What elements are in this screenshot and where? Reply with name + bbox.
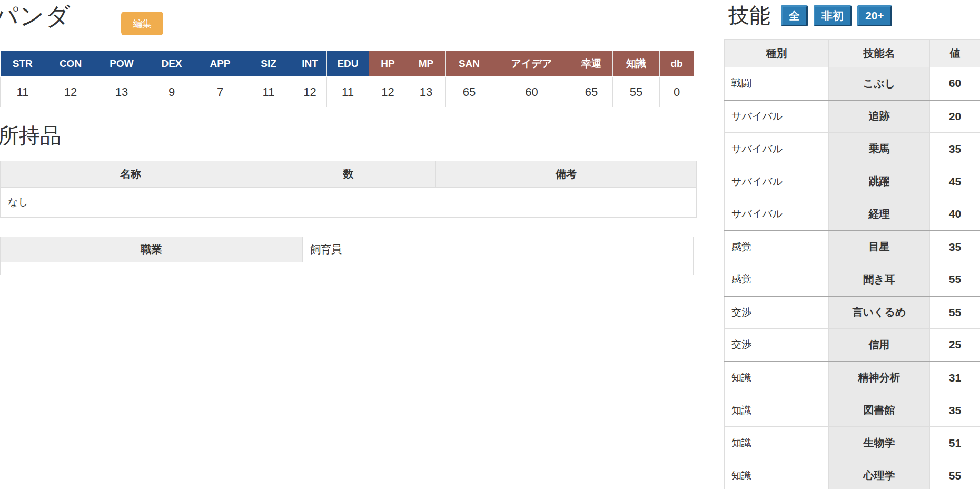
skills-col-header-2: 値 xyxy=(930,40,980,67)
skill-name-cell: 目星 xyxy=(829,231,930,263)
stat-header-INT: INT xyxy=(293,51,327,77)
skill-name-cell: 聞き耳 xyxy=(829,263,930,296)
skill-value-cell: 25 xyxy=(930,329,980,361)
filter-all-button[interactable]: 全 xyxy=(781,5,808,26)
skill-row: サバイバル追跡20 xyxy=(725,100,980,133)
stat-header-CON: CON xyxy=(45,51,96,77)
possessions-col-header-2: 備考 xyxy=(436,161,697,188)
skill-category-cell: 交渉 xyxy=(725,329,829,361)
skill-category-cell: サバイバル xyxy=(725,100,829,133)
skill-category-cell: 交渉 xyxy=(725,296,829,329)
possessions-table: 名称数備考 なし xyxy=(0,161,697,218)
stat-header-DEX: DEX xyxy=(147,51,196,77)
stat-value-DEX: 9 xyxy=(147,77,196,107)
stat-header-SAN: SAN xyxy=(446,51,493,77)
skill-value-cell: 20 xyxy=(930,100,980,133)
skill-row: 知識心理学55 xyxy=(725,459,980,489)
occupation-row: 職業 飼育員 xyxy=(1,237,694,262)
stat-header-EDU: EDU xyxy=(327,51,369,77)
possessions-col-header-1: 数 xyxy=(261,161,436,188)
skill-category-cell: 感覚 xyxy=(725,231,829,263)
skill-row: サバイバル経理40 xyxy=(725,198,980,231)
stat-header-STR: STR xyxy=(1,51,45,77)
skill-value-cell: 35 xyxy=(930,231,980,263)
stat-header-知識: 知識 xyxy=(613,51,660,77)
stat-value-MP: 13 xyxy=(407,77,446,107)
skill-name-cell: 追跡 xyxy=(829,100,930,133)
possessions-title: 所持品 xyxy=(0,121,61,150)
stat-header-HP: HP xyxy=(369,51,407,77)
stats-value-row: 111213971112111213656065550 xyxy=(1,77,694,107)
skill-category-cell: 知識 xyxy=(725,427,829,459)
possessions-empty-cell: なし xyxy=(1,188,697,218)
filter-20plus-button[interactable]: 20+ xyxy=(857,5,892,26)
skill-name-cell: 跳躍 xyxy=(829,165,930,198)
possessions-header-row: 名称数備考 xyxy=(1,161,697,188)
occupation-label: 職業 xyxy=(1,237,303,262)
skill-category-cell: サバイバル xyxy=(725,133,829,165)
skill-value-cell: 45 xyxy=(930,165,980,198)
skill-name-cell: 言いくるめ xyxy=(829,296,930,329)
stat-header-APP: APP xyxy=(196,51,244,77)
stat-header-POW: POW xyxy=(96,51,147,77)
stat-value-SAN: 65 xyxy=(446,77,493,107)
skill-category-cell: 感覚 xyxy=(725,263,829,296)
skill-value-cell: 35 xyxy=(930,133,980,165)
stat-value-db: 0 xyxy=(660,77,694,107)
skill-value-cell: 35 xyxy=(930,394,980,427)
skill-name-cell: 乗馬 xyxy=(829,133,930,165)
skill-category-cell: 知識 xyxy=(725,459,829,489)
possessions-col-header-0: 名称 xyxy=(1,161,261,188)
skills-table: 種別技能名値 戦闘こぶし60サバイバル追跡20サバイバル乗馬35サバイバル跳躍4… xyxy=(724,39,980,489)
skill-name-cell: 経理 xyxy=(829,198,930,231)
skill-name-cell: 精神分析 xyxy=(829,361,930,394)
profile-table: 職業 飼育員 xyxy=(0,237,694,275)
skill-name-cell: 図書館 xyxy=(829,394,930,427)
edit-button[interactable]: 編集 xyxy=(121,12,163,35)
skill-row: サバイバル乗馬35 xyxy=(725,133,980,165)
stat-value-CON: 12 xyxy=(45,77,96,107)
skills-header: 技能 全非初20+ xyxy=(728,1,898,30)
occupation-value: 飼育員 xyxy=(303,237,694,262)
stat-value-APP: 7 xyxy=(196,77,244,107)
stat-value-EDU: 11 xyxy=(327,77,369,107)
stat-value-アイデア: 60 xyxy=(493,77,570,107)
skill-name-cell: 心理学 xyxy=(829,459,930,489)
skill-category-cell: サバイバル xyxy=(725,165,829,198)
skill-row: 知識精神分析31 xyxy=(725,361,980,394)
skill-value-cell: 40 xyxy=(930,198,980,231)
skills-title: 技能 xyxy=(728,1,770,30)
possessions-empty-row: なし xyxy=(1,188,697,218)
character-name: パンダ xyxy=(0,0,71,33)
stat-value-知識: 55 xyxy=(613,77,660,107)
stat-value-INT: 12 xyxy=(293,77,327,107)
skill-row: 交渉信用25 xyxy=(725,329,980,361)
stat-value-STR: 11 xyxy=(1,77,45,107)
skill-value-cell: 55 xyxy=(930,296,980,329)
skill-category-cell: 知識 xyxy=(725,394,829,427)
stat-value-POW: 13 xyxy=(96,77,147,107)
stats-header-row: STRCONPOWDEXAPPSIZINTEDUHPMPSANアイデア幸運知識d… xyxy=(1,51,694,77)
skill-row: サバイバル跳躍45 xyxy=(725,165,980,198)
skill-row: 交渉言いくるめ55 xyxy=(725,296,980,329)
filter-non-initial-button[interactable]: 非初 xyxy=(814,5,852,26)
skill-row: 知識生物学51 xyxy=(725,427,980,459)
skill-name-cell: 生物学 xyxy=(829,427,930,459)
skills-header-row: 種別技能名値 xyxy=(725,40,980,67)
skill-value-cell: 55 xyxy=(930,263,980,296)
stat-value-SIZ: 11 xyxy=(244,77,293,107)
profile-empty-cell xyxy=(1,262,694,275)
stat-header-SIZ: SIZ xyxy=(244,51,293,77)
skill-value-cell: 51 xyxy=(930,427,980,459)
profile-empty-row xyxy=(1,262,694,275)
skills-col-header-1: 技能名 xyxy=(829,40,930,67)
stat-header-幸運: 幸運 xyxy=(570,51,613,77)
skill-category-cell: 戦闘 xyxy=(725,67,829,100)
skills-col-header-0: 種別 xyxy=(725,40,829,67)
stats-table: STRCONPOWDEXAPPSIZINTEDUHPMPSANアイデア幸運知識d… xyxy=(0,51,694,107)
skill-category-cell: 知識 xyxy=(725,361,829,394)
skill-row: 感覚目星35 xyxy=(725,231,980,263)
skill-category-cell: サバイバル xyxy=(725,198,829,231)
stat-value-HP: 12 xyxy=(369,77,407,107)
skill-value-cell: 60 xyxy=(930,67,980,100)
